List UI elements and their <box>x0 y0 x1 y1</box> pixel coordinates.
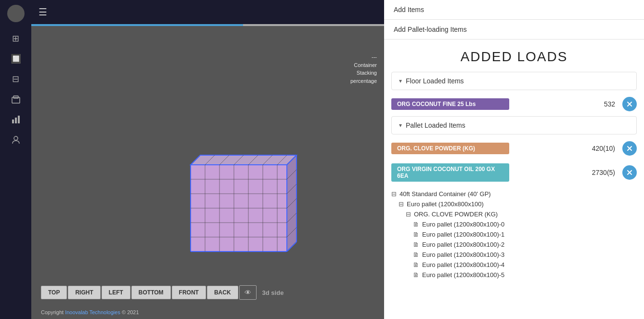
sidebar-icon-grid[interactable]: ⊟ <box>7 70 25 88</box>
pallet-item-count-1: 2730(5) <box>509 169 623 176</box>
hamburger-icon[interactable]: ☰ <box>39 6 47 18</box>
tree-section: ⊟ 40ft Standard Container (40' GP) ⊟ Eur… <box>384 186 644 282</box>
tree-file-icon-1: 🗎 <box>413 231 419 238</box>
svg-rect-2 <box>12 120 14 123</box>
svg-point-5 <box>14 136 18 140</box>
tree-leaf-2[interactable]: 🗎 Euro pallet (1200x800x100)-2 <box>391 239 637 250</box>
floor-loaded-label: Floor Loaded Items <box>406 77 464 85</box>
floor-item-count-0: 532 <box>509 100 623 108</box>
floor-item-row-0: ORG COCONUT FINE 25 Lbs 532 <box>384 94 644 114</box>
pallet-item-badge-0: ORG. CLOVE POWDER (KG) <box>391 143 509 154</box>
pallet-item-count-0: 420(10) <box>509 145 623 152</box>
tree-level2-0[interactable]: ⊟ ORG. CLOVE POWDER (KG) <box>391 209 637 219</box>
copyright: Copyright Inoovalab Technologies © 2021 <box>41 309 139 315</box>
tree-leaf-label-2: Euro pallet (1200x800x100)-2 <box>422 241 504 248</box>
copyright-suffix: © 2021 <box>120 309 139 315</box>
tree-leaf-label-3: Euro pallet (1200x800x100)-3 <box>422 251 504 258</box>
sidebar-icon-box[interactable] <box>7 91 25 108</box>
tree-root[interactable]: ⊟ 40ft Standard Container (40' GP) <box>391 189 637 199</box>
info-line-2: Container <box>350 61 377 69</box>
floor-item-badge-0: ORG COCONUT FINE 25 Lbs <box>391 98 509 110</box>
pallet-loaded-label: Pallet Loaded Items <box>406 121 465 129</box>
tree-minus-icon: ⊟ <box>391 190 397 198</box>
sidebar-icon-menu[interactable]: ⊞ <box>7 30 25 47</box>
tree-leaf-label-1: Euro pallet (1200x800x100)-1 <box>422 231 504 238</box>
pallet-item-row-1: ORG VIRGIN COCONUT OIL 200 GX 6EA 2730(5… <box>384 160 644 185</box>
sidebar: ⊞ 🔲 ⊟ <box>0 0 31 319</box>
added-loads-title: ADDED LOADS <box>384 40 644 72</box>
viewport: --- Container Stacking percentage TOP RI… <box>31 24 384 319</box>
add-items-menu[interactable]: Add Items <box>384 0 644 20</box>
tree-file-icon-0: 🗎 <box>413 221 419 228</box>
tree-minus-icon-l2: ⊟ <box>406 211 411 218</box>
pallet-item-badge-1: ORG VIRGIN COCONUT OIL 200 GX 6EA <box>391 163 509 182</box>
floor-loaded-chevron: ▾ <box>399 78 402 84</box>
tree-leaf-0[interactable]: 🗎 Euro pallet (1200x800x100)-0 <box>391 219 637 229</box>
copyright-prefix: Copyright <box>41 309 65 315</box>
sidebar-icon-flip[interactable]: 🔲 <box>7 50 25 67</box>
tab-back[interactable]: BACK <box>207 286 238 299</box>
progress-bar <box>31 24 384 26</box>
pallet-item-row-0: ORG. CLOVE POWDER (KG) 420(10) <box>384 138 644 159</box>
tree-level1-label: Euro pallet (1200x800x100) <box>407 200 484 208</box>
info-line-3: Stacking <box>350 69 377 77</box>
pallet-loaded-section-header[interactable]: ▾ Pallet Loaded Items <box>391 116 637 134</box>
tab-left[interactable]: LEFT <box>102 286 130 299</box>
tab-bottom[interactable]: BOTTOM <box>131 286 171 299</box>
tab-right[interactable]: RIGHT <box>68 286 100 299</box>
top-bar: ☰ <box>31 0 384 24</box>
tree-leaf-1[interactable]: 🗎 Euro pallet (1200x800x100)-1 <box>391 229 637 239</box>
info-line-1: --- <box>350 53 377 61</box>
tree-leaf-4[interactable]: 🗎 Euro pallet (1200x800x100)-4 <box>391 260 637 270</box>
view-tabs: TOP RIGHT LEFT BOTTOM FRONT BACK 👁 3d si… <box>41 285 288 300</box>
svg-rect-4 <box>18 116 20 123</box>
floor-loaded-section-header[interactable]: ▾ Floor Loaded Items <box>391 72 637 90</box>
pallet-item-delete-0[interactable] <box>622 141 637 156</box>
sidebar-icon-user[interactable] <box>7 131 25 148</box>
tree-leaf-label-0: Euro pallet (1200x800x100)-0 <box>422 221 504 228</box>
avatar <box>7 5 25 22</box>
svg-rect-3 <box>15 118 17 123</box>
tree-file-icon-2: 🗎 <box>413 241 419 248</box>
tab-top[interactable]: TOP <box>41 286 67 299</box>
right-panel: Add Items Add Pallet-loading Items ADDED… <box>384 0 644 319</box>
container-3d-visualization <box>162 146 316 280</box>
tab-3d[interactable]: 3d side <box>258 286 289 299</box>
eye-toggle[interactable]: 👁 <box>239 285 257 300</box>
sidebar-icon-chart[interactable] <box>7 111 25 128</box>
main-area: ☰ --- Container Stacking percentage TOP … <box>31 0 384 319</box>
tree-leaf-3[interactable]: 🗎 Euro pallet (1200x800x100)-3 <box>391 250 637 260</box>
tree-root-label: 40ft Standard Container (40' GP) <box>399 190 491 198</box>
tree-minus-icon-l1: ⊟ <box>399 200 404 208</box>
tree-level2-label: ORG. CLOVE POWDER (KG) <box>414 211 498 218</box>
tree-file-icon-4: 🗎 <box>413 261 419 268</box>
pallet-item-delete-1[interactable] <box>622 165 637 180</box>
pallet-loaded-chevron: ▾ <box>399 122 402 129</box>
tree-leaf-label-4: Euro pallet (1200x800x100)-4 <box>422 261 504 268</box>
info-line-4: percentage <box>350 77 377 85</box>
tree-file-icon-5: 🗎 <box>413 271 419 279</box>
add-pallet-items-menu[interactable]: Add Pallet-loading Items <box>384 20 644 40</box>
viewport-info: --- Container Stacking percentage <box>350 53 377 85</box>
tree-file-icon-3: 🗎 <box>413 251 419 258</box>
tree-leaf-label-5: Euro pallet (1200x800x100)-5 <box>422 271 504 279</box>
tree-leaf-5[interactable]: 🗎 Euro pallet (1200x800x100)-5 <box>391 270 637 280</box>
copyright-link[interactable]: Inoovalab Technologies <box>65 309 120 315</box>
floor-item-delete-0[interactable] <box>622 97 637 111</box>
tree-level1-0[interactable]: ⊟ Euro pallet (1200x800x100) <box>391 199 637 209</box>
tab-front[interactable]: FRONT <box>172 286 206 299</box>
